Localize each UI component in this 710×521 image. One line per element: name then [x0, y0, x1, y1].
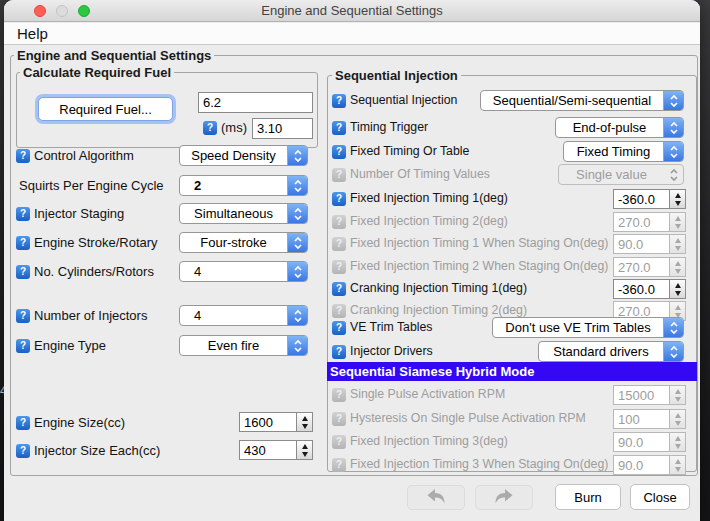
help-icon[interactable]: ?: [16, 265, 30, 279]
help-icon: ?: [332, 412, 346, 426]
help-icon[interactable]: ?: [16, 339, 30, 353]
spinner-arrows-icon: [669, 385, 686, 405]
fixed-injection-timing-2-staging-label: Fixed Injection Timing 2 When Staging On…: [350, 259, 608, 274]
engine-type-label: Engine Type: [34, 338, 106, 353]
minimize-window-button[interactable]: [56, 5, 68, 17]
single-pulse-activation-rpm-spinner: 15000: [613, 385, 686, 405]
help-icon[interactable]: ?: [16, 236, 30, 250]
sequential-groupbox-title: Sequential Injection: [332, 69, 461, 82]
traffic-lights: [34, 5, 90, 17]
spinner-arrows-icon: [669, 234, 686, 254]
spinner-arrows-icon[interactable]: [669, 189, 686, 209]
fixed-injection-timing-3-label: Fixed Injection Timing 3(deg): [350, 434, 508, 449]
fixed-injection-timing-1-staging-spinner: 90.0: [613, 234, 686, 254]
fixed-timing-or-table-combobox[interactable]: Fixed Timing: [563, 141, 684, 162]
combo-chevrons-icon: [287, 306, 307, 325]
squirts-per-cycle-label: Squirts Per Engine Cycle: [19, 178, 164, 193]
sequential-injection-combobox[interactable]: Sequential/Semi-sequential: [480, 90, 684, 111]
injector-staging-label: Injector Staging: [34, 206, 124, 221]
engine-settings-window: Engine and Sequential Settings Help Engi…: [4, 0, 700, 521]
help-icon: ?: [332, 168, 346, 182]
help-icon[interactable]: ?: [332, 282, 346, 296]
spinner-arrows-icon: [669, 212, 686, 232]
ve-trim-tables-combobox[interactable]: Don't use VE Trim Tables: [492, 317, 684, 338]
help-icon[interactable]: ?: [332, 321, 346, 335]
cylinders-combobox[interactable]: 4: [179, 261, 308, 282]
engine-stroke-combobox[interactable]: Four-stroke: [179, 232, 308, 253]
title-bar[interactable]: Engine and Sequential Settings: [4, 0, 700, 22]
fixed-injection-timing-1-spinner[interactable]: -360.0: [613, 189, 686, 209]
help-icon[interactable]: ?: [203, 121, 217, 135]
help-icon[interactable]: ?: [16, 309, 30, 323]
injector-size-label: Injector Size Each(cc): [34, 443, 160, 458]
cranking-injection-timing-1-spinner[interactable]: -360.0: [613, 279, 686, 299]
combo-chevrons-icon: [663, 91, 683, 110]
engine-size-label: Engine Size(cc): [34, 415, 125, 430]
hybrid-mode-header: Sequential Siamese Hybrid Mode: [327, 362, 697, 381]
burn-button[interactable]: Burn: [555, 484, 621, 510]
injector-drivers-label: Injector Drivers: [350, 344, 433, 359]
ve-trim-tables-label: VE Trim Tables: [350, 320, 432, 335]
help-icon: ?: [332, 458, 346, 472]
help-icon: ?: [332, 260, 346, 274]
required-fuel-button[interactable]: Required Fuel...: [38, 97, 173, 121]
fixed-timing-or-table-label: Fixed Timing Or Table: [350, 144, 469, 159]
hysteresis-single-pulse-spinner: 100: [613, 409, 686, 429]
redo-button[interactable]: [475, 485, 533, 510]
engine-type-combobox[interactable]: Even fire: [179, 335, 308, 356]
help-icon[interactable]: ?: [16, 416, 30, 430]
window-title: Engine and Sequential Settings: [4, 0, 700, 22]
required-fuel-field[interactable]: 6.2: [198, 92, 313, 113]
help-icon: ?: [332, 237, 346, 251]
fixed-injection-timing-3-spinner: 90.0: [613, 432, 686, 452]
menu-bar: Help: [4, 23, 700, 45]
help-icon[interactable]: ?: [16, 444, 30, 458]
spinner-arrows-icon[interactable]: [669, 279, 686, 299]
help-icon[interactable]: ?: [332, 121, 346, 135]
cylinders-label: No. Cylinders/Rotors: [34, 264, 154, 279]
combo-chevrons-icon: [663, 318, 683, 337]
sequential-injection-label: Sequential Injection: [350, 93, 457, 108]
spinner-arrows-icon[interactable]: [296, 440, 313, 460]
main-groupbox-title: Engine and Sequential Settings: [14, 49, 214, 62]
help-icon[interactable]: ?: [332, 192, 346, 206]
number-of-injectors-combobox[interactable]: 4: [179, 305, 308, 326]
help-icon[interactable]: ?: [332, 94, 346, 108]
fuel-groupbox-title: Calculate Required Fuel: [20, 66, 174, 79]
spinner-arrows-icon: [669, 432, 686, 452]
control-algorithm-combobox[interactable]: Speed Density: [179, 145, 308, 166]
fixed-injection-timing-2-staging-spinner: 270.0: [613, 257, 686, 277]
combo-chevrons-icon: [663, 342, 683, 361]
injector-staging-combobox[interactable]: Simultaneous: [179, 203, 308, 224]
required-fuel-ms-field[interactable]: 3.10: [252, 118, 313, 139]
engine-stroke-label: Engine Stroke/Rotary: [34, 235, 158, 250]
close-window-button[interactable]: [34, 5, 46, 17]
fixed-injection-timing-3-staging-spinner: 90.0: [613, 455, 686, 475]
number-of-timing-values-combobox: Single value: [558, 164, 684, 185]
spinner-arrows-icon[interactable]: [296, 412, 313, 432]
menu-help[interactable]: Help: [13, 23, 52, 45]
engine-size-spinner[interactable]: 1600: [239, 412, 313, 432]
spinner-arrows-icon: [669, 409, 686, 429]
injector-size-spinner[interactable]: 430: [239, 440, 313, 460]
help-icon[interactable]: ?: [332, 345, 346, 359]
injector-drivers-combobox[interactable]: Standard drivers: [538, 341, 684, 362]
timing-trigger-label: Timing Trigger: [350, 120, 428, 135]
fixed-injection-timing-1-label: Fixed Injection Timing 1(deg): [350, 191, 508, 206]
spinner-arrows-icon: [669, 455, 686, 475]
help-icon[interactable]: ?: [332, 145, 346, 159]
squirts-per-cycle-combobox[interactable]: 2: [179, 175, 308, 196]
zoom-window-button[interactable]: [78, 5, 90, 17]
combo-chevrons-icon: [663, 118, 683, 137]
redo-icon: [492, 488, 516, 508]
help-icon[interactable]: ?: [16, 207, 30, 221]
help-icon[interactable]: ?: [16, 149, 30, 163]
close-button[interactable]: Close: [630, 484, 690, 510]
single-pulse-activation-rpm-label: Single Pulse Activation RPM: [350, 387, 505, 402]
timing-trigger-combobox[interactable]: End-of-pulse: [555, 117, 684, 138]
help-icon: ?: [332, 388, 346, 402]
undo-button[interactable]: [407, 485, 465, 510]
combo-chevrons-icon: [287, 176, 307, 195]
help-icon: ?: [332, 304, 346, 318]
help-icon: ?: [332, 215, 346, 229]
